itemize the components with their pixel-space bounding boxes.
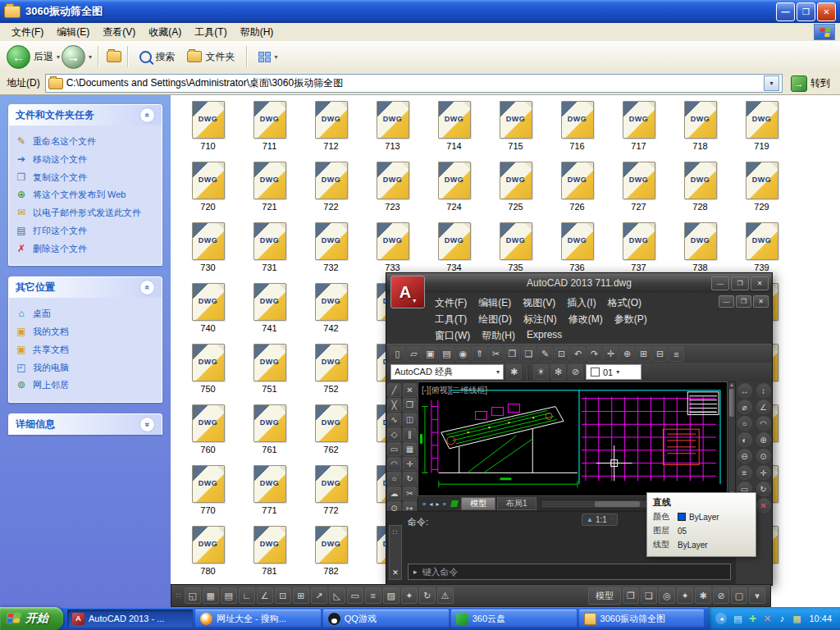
search-button[interactable]: 搜索 [135,48,180,66]
autocad-menu-item[interactable]: 格式(O) [602,294,647,312]
volume-icon[interactable]: ♪ [776,614,788,624]
rectangle-icon[interactable]: ▭ [387,442,401,456]
block-editor-icon[interactable]: ⊡ [554,346,569,362]
autocad-menu-item[interactable]: 帮助(H) [476,327,521,345]
maximize-button[interactable]: ❐ [797,2,815,21]
clean-screen-icon[interactable]: ▢ [731,587,747,604]
arc-icon[interactable]: ◠ [387,457,401,471]
task-link[interactable]: ✉ 以电子邮件形式发送此文件 [16,208,155,219]
cad-drawing-canvas[interactable] [418,382,727,495]
tray-collapse-icon[interactable]: ◂ [715,613,727,624]
acad-maximize-button[interactable]: ❐ [731,276,749,290]
back-dropdown-icon[interactable]: ▾ [57,53,60,61]
start-button[interactable]: 开始 [0,607,63,630]
acad-close-button[interactable]: ✕ [751,276,769,290]
workspace-select[interactable]: AutoCAD 经典 ▾ [390,364,504,380]
object-snap-icon[interactable]: ⊡ [275,587,291,604]
taskbar-button[interactable]: QQ游戏 [323,609,449,628]
place-link[interactable]: ◰ 我的电脑 [16,363,155,374]
file-item[interactable]: DWG 721 [239,159,300,220]
place-link[interactable]: ▣ 共享文档 [16,345,155,356]
object-snap-tracking-icon[interactable]: ↗ [311,587,327,604]
polyline-icon[interactable]: ∿ [387,413,401,427]
file-item[interactable]: DWG 751 [239,341,300,402]
file-item[interactable]: DWG 782 [300,523,362,584]
erase-icon[interactable]: ✕ [403,383,417,397]
file-item[interactable]: DWG 711 [239,98,300,159]
file-item[interactable]: DWG 716 [546,98,608,159]
zoom-window-icon[interactable]: ⊞ [636,346,651,362]
taskbar-button[interactable]: 3060振动筛全图 [579,609,705,628]
task-link[interactable]: ⊕ 将这个文件发布到 Web [16,189,155,201]
place-link[interactable]: ▣ 我的文档 [16,326,155,338]
tab-next-icon[interactable]: ▸ [434,500,441,508]
file-item[interactable]: DWG 750 [177,341,239,402]
close-button[interactable]: ✕ [817,2,836,21]
construction-line-icon[interactable]: ╳ [387,398,401,412]
alert-icon[interactable]: ✕ [761,614,773,624]
dim-baseline-icon[interactable]: ≡ [737,465,752,480]
menu-item[interactable]: 帮助(H) [234,24,281,41]
explorer-titlebar[interactable]: 3060振动筛全图 —❐✕ [0,0,840,23]
paste-icon[interactable]: ❏ [521,346,536,362]
command-input[interactable]: ▸ 键入命令 [408,564,731,580]
file-item[interactable]: DWG 731 [239,220,300,281]
file-item[interactable]: DWG 715 [485,98,546,159]
quickview-drawings-icon[interactable]: ❐ [623,587,639,604]
open-icon[interactable]: ▱ [406,346,422,362]
save-icon[interactable]: ▣ [422,346,438,362]
file-item[interactable]: DWG 739 [731,220,792,281]
menu-item[interactable]: 编辑(E) [50,24,96,41]
workspace-switch-icon[interactable]: ✱ [695,587,711,604]
file-item[interactable]: DWG 717 [608,98,669,159]
acad-minimize-button[interactable]: — [711,276,729,290]
expand-chevron-icon[interactable]: » [139,417,155,432]
autocad-menu-item[interactable]: Express [521,327,568,345]
trim-icon[interactable]: ✂ [403,486,417,500]
taskbar-button[interactable]: 360云盘 [451,609,577,628]
file-item[interactable]: DWG 730 [177,220,239,281]
network-icon[interactable]: ▦ [791,614,802,624]
up-button[interactable]: ↑ [105,49,121,65]
tab-last-icon[interactable]: » [441,500,447,508]
layout-tab[interactable]: 布局1 [497,497,536,510]
mirror-icon[interactable]: ◫ [403,413,417,427]
move-icon[interactable]: ✛ [403,457,417,471]
match-properties-icon[interactable]: ✎ [537,346,553,362]
file-item[interactable]: DWG 781 [239,523,300,584]
security-icon[interactable]: ✚ [746,614,758,624]
clock[interactable]: 10:44 [809,614,832,623]
command-close-icon[interactable]: ✕ [392,568,399,577]
autocad-menu-item[interactable]: 工具(T) [429,311,472,328]
task-link[interactable]: ▤ 打印这个文件 [16,226,155,237]
file-item[interactable]: DWG 738 [669,220,731,281]
taskbar-button[interactable]: 网址大全 - 搜狗... [195,609,321,628]
annotation-monitor-icon[interactable]: ⚠ [437,587,454,604]
other-places-header[interactable]: 其它位置 « [8,276,162,298]
dim-center-icon[interactable]: ⊙ [756,449,771,463]
autocad-menu-item[interactable]: 插入(I) [561,294,601,312]
file-item[interactable]: DWG 732 [300,220,362,281]
menu-item[interactable]: 文件(F) [5,24,50,41]
file-item[interactable]: DWG 724 [423,159,485,220]
pan-icon[interactable]: ✛ [603,346,619,362]
file-item[interactable]: DWG 741 [239,281,300,341]
toolbar-close-icon[interactable]: ✕ [756,498,771,513]
grid-display-icon[interactable]: ▤ [221,587,237,604]
zoom-realtime-icon[interactable]: ⊕ [619,346,635,362]
scrollbar-thumb[interactable] [729,389,734,417]
redo-icon[interactable]: ↷ [587,346,602,362]
workspace-settings-icon[interactable]: ✱ [506,364,522,380]
details-header[interactable]: 详细信息 » [8,413,162,435]
menu-item[interactable]: 工具(T) [188,24,233,41]
dim-diameter-icon[interactable]: ⌀ [737,399,752,414]
address-dropdown-icon[interactable]: ▾ [764,75,779,91]
rotate-icon[interactable]: ↻ [403,472,417,486]
file-item[interactable]: DWG 780 [177,523,239,584]
forward-dropdown-icon[interactable]: ▾ [89,53,92,61]
layout-tab[interactable]: 模型 [461,497,495,510]
autocad-menu-item[interactable]: 参数(P) [609,311,653,328]
file-item[interactable]: DWG 723 [362,159,423,220]
model-button[interactable]: 模型 [588,587,621,605]
dynamic-input-icon[interactable]: ▭ [347,587,363,604]
